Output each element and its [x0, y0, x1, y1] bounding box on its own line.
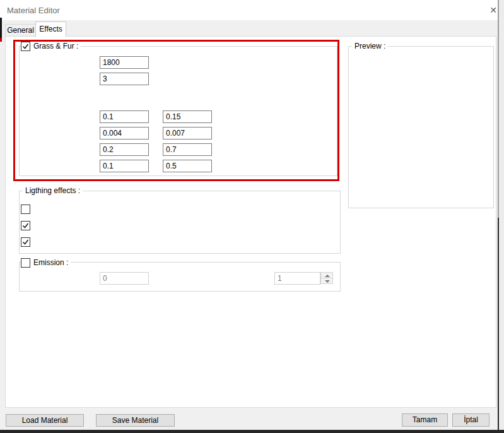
check-icon	[21, 238, 30, 246]
emission-checkbox[interactable]	[21, 258, 30, 268]
material-editor-dialog: Material Editor ✕ General Effects Grass …	[0, 0, 499, 430]
window-left-edge-artifact	[0, 18, 2, 39]
cancel-button[interactable]: İptal	[452, 413, 489, 427]
thickness-max-input[interactable]	[163, 127, 212, 139]
taper-max-input[interactable]	[163, 143, 212, 156]
receive-shadows-checkbox[interactable]	[21, 221, 30, 230]
density-input[interactable]	[100, 56, 149, 69]
length-min-input[interactable]	[100, 110, 149, 123]
window-right-border-top	[498, 0, 499, 218]
window-left-edge-red-artifact	[0, 38, 2, 42]
title-bar: Material Editor ✕	[0, 0, 499, 20]
exclude-lighting-checkbox[interactable]	[21, 205, 30, 214]
tab-general[interactable]: General	[5, 24, 36, 37]
window-bottom-border	[0, 430, 504, 433]
window-right-border-bottom	[498, 218, 499, 430]
length-max-input[interactable]	[163, 110, 212, 123]
grass-fur-checkbox[interactable]	[21, 42, 30, 51]
check-icon	[21, 42, 30, 50]
bend-max-input[interactable]	[163, 160, 212, 172]
taper-min-input[interactable]	[100, 143, 149, 156]
emission-group-label: Emission :	[31, 258, 71, 267]
spinner-down-button[interactable]	[320, 278, 333, 284]
arrow-up-icon	[325, 275, 330, 277]
cast-shadows-checkbox[interactable]	[21, 237, 30, 247]
load-material-button[interactable]: Load Material	[6, 414, 84, 427]
preview-group	[348, 46, 494, 208]
window-right-margin	[499, 0, 504, 433]
preview-group-label: Preview :	[352, 42, 388, 50]
tab-effects[interactable]: Effects	[35, 21, 66, 37]
lighting-effects-group	[19, 191, 341, 254]
sample-count-spinner[interactable]	[320, 272, 333, 285]
grass-fur-group-label: Grass & Fur :	[31, 42, 81, 50]
check-icon	[21, 222, 30, 230]
arrow-down-icon	[325, 280, 330, 283]
thickness-min-input[interactable]	[100, 127, 149, 139]
self-illumination-input[interactable]	[100, 272, 149, 285]
bend-min-input[interactable]	[100, 160, 149, 172]
save-material-button[interactable]: Save Material	[96, 414, 175, 427]
ok-button[interactable]: Tamam	[402, 413, 448, 427]
lighting-effects-group-label: Ligthing effects :	[23, 186, 83, 195]
quality-input[interactable]	[100, 73, 149, 85]
window-title: Material Editor	[7, 6, 60, 15]
sample-count-input[interactable]	[274, 272, 320, 285]
